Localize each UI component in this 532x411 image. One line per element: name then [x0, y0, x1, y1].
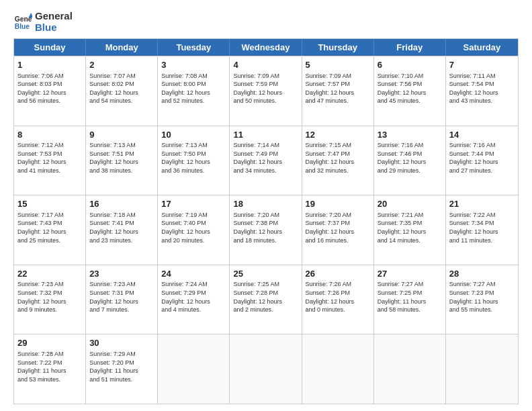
day-info: Sunrise: 7:29 AM Sunset: 7:20 PM Dayligh…: [89, 350, 154, 383]
page: General Blue General Blue SundayMondayTu…: [0, 0, 532, 411]
day-number: 4: [233, 59, 298, 71]
day-number: 27: [378, 268, 442, 280]
day-info: Sunrise: 7:08 AM Sunset: 8:00 PM Dayligh…: [161, 72, 226, 105]
day-number: 2: [89, 59, 154, 71]
day-info: Sunrise: 7:10 AM Sunset: 7:56 PM Dayligh…: [378, 72, 442, 105]
day-info: Sunrise: 7:15 AM Sunset: 7:47 PM Dayligh…: [306, 141, 370, 175]
calendar-day-empty: [158, 334, 230, 404]
day-info: Sunrise: 7:14 AM Sunset: 7:49 PM Dayligh…: [233, 141, 298, 175]
day-number: 9: [89, 129, 154, 141]
calendar-day-empty: [230, 334, 302, 404]
calendar-day-16: 16Sunrise: 7:18 AM Sunset: 7:41 PM Dayli…: [86, 195, 158, 265]
day-number: 14: [449, 129, 515, 141]
day-header-sunday: Sunday: [14, 39, 86, 56]
day-info: Sunrise: 7:16 AM Sunset: 7:46 PM Dayligh…: [378, 141, 442, 175]
day-number: 29: [17, 337, 82, 349]
day-info: Sunrise: 7:27 AM Sunset: 7:23 PM Dayligh…: [449, 280, 515, 314]
day-info: Sunrise: 7:25 AM Sunset: 7:28 PM Dayligh…: [233, 280, 298, 314]
day-info: Sunrise: 7:13 AM Sunset: 7:51 PM Dayligh…: [89, 141, 154, 175]
day-info: Sunrise: 7:09 AM Sunset: 7:59 PM Dayligh…: [233, 72, 298, 105]
day-info: Sunrise: 7:24 AM Sunset: 7:29 PM Dayligh…: [161, 280, 226, 314]
day-number: 18: [233, 198, 298, 210]
calendar-day-7: 7Sunrise: 7:11 AM Sunset: 7:54 PM Daylig…: [446, 56, 518, 126]
day-info: Sunrise: 7:23 AM Sunset: 7:32 PM Dayligh…: [17, 280, 82, 314]
day-number: 20: [378, 198, 442, 210]
day-header-thursday: Thursday: [302, 39, 374, 56]
day-number: 12: [306, 129, 370, 141]
day-number: 22: [17, 268, 82, 280]
day-number: 8: [17, 129, 82, 141]
day-info: Sunrise: 7:20 AM Sunset: 7:38 PM Dayligh…: [233, 211, 298, 244]
day-number: 17: [161, 198, 226, 210]
calendar-week-3: 15Sunrise: 7:17 AM Sunset: 7:43 PM Dayli…: [14, 195, 518, 265]
calendar-day-23: 23Sunrise: 7:23 AM Sunset: 7:31 PM Dayli…: [86, 265, 158, 334]
day-info: Sunrise: 7:16 AM Sunset: 7:44 PM Dayligh…: [449, 141, 515, 175]
calendar-day-26: 26Sunrise: 7:26 AM Sunset: 7:26 PM Dayli…: [302, 265, 374, 334]
calendar-day-21: 21Sunrise: 7:22 AM Sunset: 7:34 PM Dayli…: [446, 195, 518, 265]
calendar-day-14: 14Sunrise: 7:16 AM Sunset: 7:44 PM Dayli…: [446, 126, 518, 195]
day-info: Sunrise: 7:19 AM Sunset: 7:40 PM Dayligh…: [161, 211, 226, 244]
calendar-day-11: 11Sunrise: 7:14 AM Sunset: 7:49 PM Dayli…: [230, 126, 302, 195]
calendar-day-6: 6Sunrise: 7:10 AM Sunset: 7:56 PM Daylig…: [374, 56, 446, 126]
day-number: 26: [306, 268, 370, 280]
calendar-day-3: 3Sunrise: 7:08 AM Sunset: 8:00 PM Daylig…: [158, 56, 230, 126]
day-info: Sunrise: 7:28 AM Sunset: 7:22 PM Dayligh…: [17, 350, 82, 383]
calendar-day-17: 17Sunrise: 7:19 AM Sunset: 7:40 PM Dayli…: [158, 195, 230, 265]
calendar-day-9: 9Sunrise: 7:13 AM Sunset: 7:51 PM Daylig…: [86, 126, 158, 195]
calendar-day-empty: [302, 334, 374, 404]
day-number: 23: [89, 268, 154, 280]
day-info: Sunrise: 7:06 AM Sunset: 8:03 PM Dayligh…: [17, 72, 82, 105]
calendar-week-4: 22Sunrise: 7:23 AM Sunset: 7:32 PM Dayli…: [14, 265, 518, 334]
calendar-body: 1Sunrise: 7:06 AM Sunset: 8:03 PM Daylig…: [14, 56, 518, 404]
calendar: SundayMondayTuesdayWednesdayThursdayFrid…: [13, 38, 519, 404]
calendar-day-24: 24Sunrise: 7:24 AM Sunset: 7:29 PM Dayli…: [158, 265, 230, 334]
calendar-day-empty: [374, 334, 446, 404]
day-info: Sunrise: 7:26 AM Sunset: 7:26 PM Dayligh…: [306, 280, 370, 314]
calendar-day-empty: [446, 334, 518, 404]
calendar-day-22: 22Sunrise: 7:23 AM Sunset: 7:32 PM Dayli…: [14, 265, 86, 334]
day-info: Sunrise: 7:17 AM Sunset: 7:43 PM Dayligh…: [17, 211, 82, 244]
calendar-day-20: 20Sunrise: 7:21 AM Sunset: 7:35 PM Dayli…: [374, 195, 446, 265]
day-info: Sunrise: 7:11 AM Sunset: 7:54 PM Dayligh…: [449, 72, 515, 105]
day-number: 10: [161, 129, 226, 141]
calendar-week-2: 8Sunrise: 7:12 AM Sunset: 7:53 PM Daylig…: [14, 126, 518, 195]
day-header-monday: Monday: [86, 39, 158, 56]
day-number: 6: [378, 59, 442, 71]
day-number: 30: [89, 337, 154, 349]
calendar-day-15: 15Sunrise: 7:17 AM Sunset: 7:43 PM Dayli…: [14, 195, 86, 265]
calendar-day-8: 8Sunrise: 7:12 AM Sunset: 7:53 PM Daylig…: [14, 126, 86, 195]
day-header-wednesday: Wednesday: [230, 39, 302, 56]
day-number: 16: [89, 198, 154, 210]
calendar-day-4: 4Sunrise: 7:09 AM Sunset: 7:59 PM Daylig…: [230, 56, 302, 126]
calendar-week-1: 1Sunrise: 7:06 AM Sunset: 8:03 PM Daylig…: [14, 56, 518, 126]
calendar-week-5: 29Sunrise: 7:28 AM Sunset: 7:22 PM Dayli…: [14, 334, 518, 404]
day-info: Sunrise: 7:18 AM Sunset: 7:41 PM Dayligh…: [89, 211, 154, 244]
calendar-day-25: 25Sunrise: 7:25 AM Sunset: 7:28 PM Dayli…: [230, 265, 302, 334]
day-number: 28: [449, 268, 515, 280]
day-number: 19: [306, 198, 370, 210]
day-info: Sunrise: 7:27 AM Sunset: 7:25 PM Dayligh…: [378, 280, 442, 314]
calendar-day-18: 18Sunrise: 7:20 AM Sunset: 7:38 PM Dayli…: [230, 195, 302, 265]
day-header-saturday: Saturday: [446, 39, 518, 56]
logo: General Blue General Blue: [13, 11, 73, 33]
day-info: Sunrise: 7:09 AM Sunset: 7:57 PM Dayligh…: [306, 72, 370, 105]
day-number: 15: [17, 198, 82, 210]
day-info: Sunrise: 7:12 AM Sunset: 7:53 PM Dayligh…: [17, 141, 82, 175]
svg-marker-2: [30, 13, 32, 15]
day-info: Sunrise: 7:13 AM Sunset: 7:50 PM Dayligh…: [161, 141, 226, 175]
day-info: Sunrise: 7:21 AM Sunset: 7:35 PM Dayligh…: [378, 211, 442, 244]
logo-text-line1: General: [35, 11, 73, 22]
calendar-day-5: 5Sunrise: 7:09 AM Sunset: 7:57 PM Daylig…: [302, 56, 374, 126]
calendar-day-13: 13Sunrise: 7:16 AM Sunset: 7:46 PM Dayli…: [374, 126, 446, 195]
day-number: 21: [449, 198, 515, 210]
day-number: 5: [306, 59, 370, 71]
calendar-day-2: 2Sunrise: 7:07 AM Sunset: 8:02 PM Daylig…: [86, 56, 158, 126]
logo-icon: General Blue: [13, 13, 32, 32]
day-number: 1: [17, 59, 82, 71]
day-number: 3: [161, 59, 226, 71]
calendar-day-10: 10Sunrise: 7:13 AM Sunset: 7:50 PM Dayli…: [158, 126, 230, 195]
calendar-header: SundayMondayTuesdayWednesdayThursdayFrid…: [14, 39, 518, 56]
calendar-day-1: 1Sunrise: 7:06 AM Sunset: 8:03 PM Daylig…: [14, 56, 86, 126]
svg-text:Blue: Blue: [15, 23, 30, 30]
calendar-day-19: 19Sunrise: 7:20 AM Sunset: 7:37 PM Dayli…: [302, 195, 374, 265]
